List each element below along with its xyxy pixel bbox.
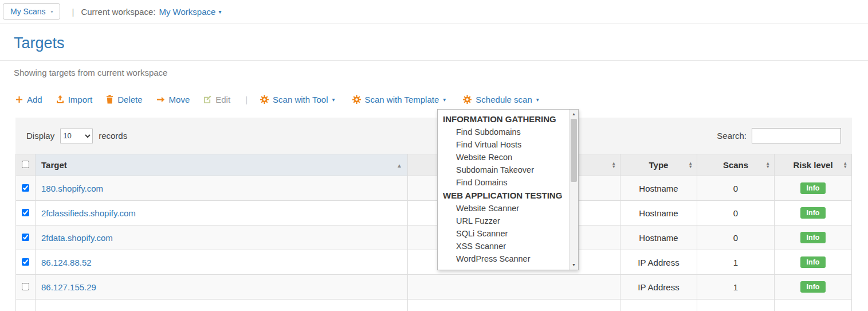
- risk-badge: Info: [800, 207, 826, 219]
- table-controls: Display 10 records Search:: [15, 118, 852, 154]
- scans-cell: 1: [697, 275, 775, 300]
- target-link[interactable]: 86.124.88.52: [41, 258, 92, 267]
- target-link[interactable]: 2fdata.shopify.com: [41, 233, 113, 243]
- row-checkbox[interactable]: [22, 209, 29, 216]
- row-checkbox[interactable]: [22, 234, 29, 241]
- records-label: records: [99, 131, 127, 141]
- gear-icon: [352, 95, 361, 104]
- scroll-down-icon[interactable]: ▼: [569, 261, 578, 269]
- caret-down-icon: ▾: [443, 96, 446, 103]
- dropdown-item[interactable]: XSS Scanner: [438, 240, 569, 252]
- dropdown-item[interactable]: Website Scanner: [438, 202, 569, 215]
- select-all-checkbox[interactable]: [22, 161, 29, 168]
- edit-label: Edit: [215, 95, 230, 104]
- gear-icon: [463, 95, 472, 104]
- checkbox-cell: [16, 226, 36, 250]
- dropdown-scrollbar[interactable]: ▲ ▼: [569, 110, 578, 270]
- table-header-row: Target ▲ ▲▼ Type ▲▼ Scans ▲▼: [16, 154, 852, 176]
- delete-label: Delete: [117, 95, 142, 104]
- gear-icon: [260, 95, 269, 104]
- scans-header-label: Scans: [723, 160, 748, 170]
- scans-cell: [697, 300, 775, 311]
- scroll-up-icon[interactable]: ▲: [569, 110, 578, 118]
- my-scans-label: My Scans: [10, 7, 45, 16]
- empty-cell: [408, 275, 620, 300]
- dropdown-item[interactable]: Find Subdomains: [438, 126, 569, 138]
- empty-cell: [408, 300, 620, 311]
- row-checkbox[interactable]: [22, 283, 29, 290]
- schedule-scan-dropdown: INFORMATION GATHERING Find Subdomains Fi…: [437, 109, 579, 270]
- sort-both-icon: ▲▼: [689, 162, 693, 169]
- type-cell: IP Address: [620, 250, 697, 275]
- dropdown-item[interactable]: SQLi Scanner: [438, 227, 569, 240]
- sort-both-icon: ▲▼: [843, 162, 847, 169]
- checkbox-cell: [16, 176, 36, 201]
- risk-column-header[interactable]: Risk level ▲▼: [775, 154, 852, 176]
- target-cell: 2fdata.shopify.com: [36, 226, 408, 250]
- actions-toolbar: Add Import Delete Move Edit | Scan with …: [0, 77, 868, 105]
- risk-cell: Info: [775, 275, 852, 300]
- scan-with-template-button[interactable]: Scan with Template ▾: [352, 95, 446, 104]
- table-row: 2fclassifieds.shopify.com Hostname 0 Inf…: [16, 201, 852, 226]
- plus-icon: [15, 96, 23, 103]
- search-input[interactable]: [752, 128, 841, 143]
- target-cell: 2fclassifieds.shopify.com: [36, 201, 408, 226]
- scan-with-template-label: Scan with Template: [365, 95, 439, 104]
- checkbox-cell: [16, 201, 36, 226]
- add-button[interactable]: Add: [15, 95, 42, 104]
- scans-cell: 1: [697, 250, 775, 275]
- move-button[interactable]: Move: [156, 95, 190, 104]
- dropdown-item[interactable]: Find Domains: [438, 176, 569, 189]
- risk-cell: Info: [775, 176, 852, 201]
- top-bar: My Scans ▾ | Current workspace: My Works…: [0, 0, 868, 24]
- search-area: Search:: [717, 128, 841, 143]
- dropdown-item[interactable]: Website Recon: [438, 151, 569, 164]
- trash-icon: [106, 95, 113, 104]
- upload-icon: [56, 95, 64, 103]
- title-row: Targets: [0, 24, 868, 61]
- toolbar-separator: |: [245, 95, 248, 104]
- edit-button[interactable]: Edit: [203, 95, 230, 104]
- table-row: 2fdata.shopify.com Hostname 0 Info: [16, 226, 852, 250]
- dropdown-group-header: WEB APPLICATION TESTING: [438, 189, 569, 202]
- target-link[interactable]: 180.shopify.com: [41, 184, 103, 193]
- delete-button[interactable]: Delete: [106, 95, 142, 104]
- type-cell: IP Address: [620, 275, 697, 300]
- checkbox-cell: [16, 275, 36, 300]
- scrollbar-thumb[interactable]: [571, 119, 577, 182]
- risk-badge: Info: [800, 232, 826, 243]
- schedule-scan-button[interactable]: Schedule scan ▾: [463, 95, 539, 104]
- type-column-header[interactable]: Type ▲▼: [620, 154, 697, 176]
- row-checkbox[interactable]: [22, 258, 29, 266]
- checkbox-cell: [16, 300, 36, 311]
- topbar-separator: |: [72, 7, 74, 17]
- target-cell: 86.127.155.29: [36, 275, 408, 300]
- my-scans-button[interactable]: My Scans ▾: [3, 3, 60, 20]
- target-link[interactable]: 86.127.155.29: [41, 282, 96, 292]
- dropdown-item[interactable]: URL Fuzzer: [438, 215, 569, 227]
- chevron-down-icon: ▾: [50, 9, 53, 14]
- row-checkbox[interactable]: [22, 184, 29, 192]
- caret-down-icon: ▾: [332, 96, 335, 103]
- scans-cell: 0: [697, 226, 775, 250]
- target-column-header[interactable]: Target ▲: [36, 154, 408, 176]
- caret-down-icon: ▾: [536, 96, 539, 103]
- page-size-select[interactable]: 10: [60, 129, 93, 143]
- risk-cell: Info: [775, 201, 852, 226]
- edit-pencil-icon: [203, 95, 211, 103]
- workspace-selector[interactable]: My Workspace ▾: [159, 7, 221, 17]
- target-link[interactable]: 2fclassifieds.shopify.com: [41, 208, 136, 218]
- workspace-name: My Workspace: [159, 7, 215, 17]
- dropdown-item[interactable]: Find Virtual Hosts: [438, 138, 569, 151]
- risk-cell: [775, 300, 852, 311]
- dropdown-list: INFORMATION GATHERING Find Subdomains Fi…: [438, 110, 569, 270]
- risk-badge: Info: [800, 256, 826, 268]
- scan-with-tool-button[interactable]: Scan with Tool ▾: [260, 95, 335, 104]
- dropdown-item[interactable]: Subdomain Takeover: [438, 164, 569, 176]
- move-label: Move: [169, 95, 190, 104]
- import-button[interactable]: Import: [56, 95, 93, 104]
- type-cell: Hostname: [620, 176, 697, 201]
- dropdown-item[interactable]: WordPress Scanner: [438, 252, 569, 265]
- scans-column-header[interactable]: Scans ▲▼: [697, 154, 775, 176]
- risk-cell: Info: [775, 226, 852, 250]
